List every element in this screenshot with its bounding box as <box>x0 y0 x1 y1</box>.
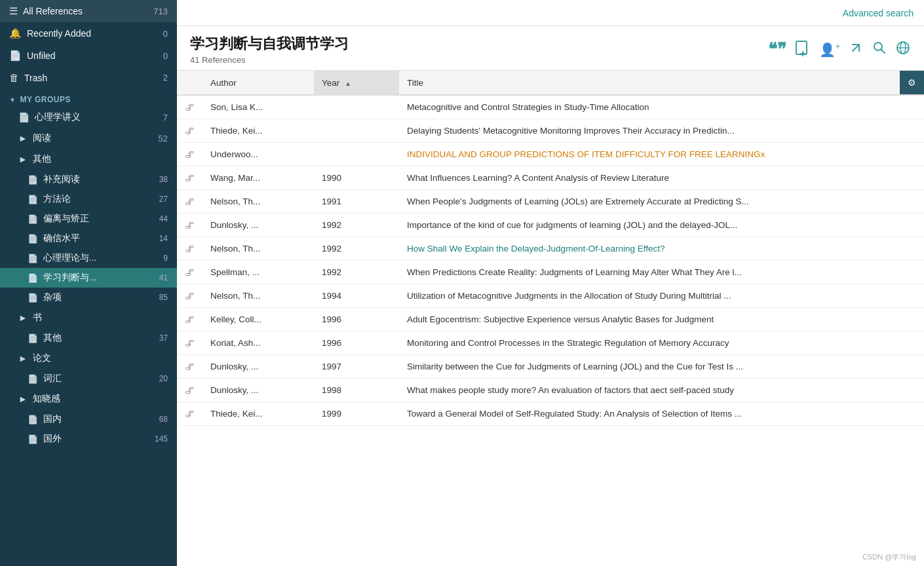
table-row[interactable]: 🖇 Kelley, Coll... 1996 Adult Egocentrism… <box>177 308 924 331</box>
chevron-down-icon: ▼ <box>9 96 16 104</box>
author-cell: Koriat, Ash... <box>202 331 314 355</box>
my-groups-header[interactable]: ▼ MY GROUPS <box>0 88 177 107</box>
title-cell[interactable]: When Predictions Create Reality: Judgmen… <box>399 261 900 284</box>
sidebar-item-11[interactable]: 📄 其他 37 <box>0 328 177 348</box>
sidebar-group-label: 论文 <box>33 352 168 364</box>
title-cell[interactable]: Similarity between the Cue for Judgments… <box>399 355 900 379</box>
folder-icon: 📄 <box>28 415 38 424</box>
sidebar-item-10[interactable]: ► 书 <box>0 307 177 328</box>
title-cell[interactable]: Adult Egocentrism: Subjective Experience… <box>399 308 900 331</box>
table-row[interactable]: 🖇 Dunlosky, ... 1997 Similarity between … <box>177 355 924 379</box>
table-row[interactable]: 🖇 Wang, Mar... 1990 What Influences Lear… <box>177 166 924 190</box>
col-header-year[interactable]: Year ▲ <box>314 71 399 95</box>
paperclip-icon: 🖇 <box>185 361 195 372</box>
author-cell: Wang, Mar... <box>202 166 314 190</box>
sidebar-item-5[interactable]: 📄 偏离与矫正 44 <box>0 209 177 229</box>
sidebar-item-9[interactable]: 📄 杂项 85 <box>0 288 177 307</box>
year-cell <box>314 95 399 119</box>
year-cell: 1990 <box>314 166 399 190</box>
cite-icon[interactable]: ❝❞ <box>768 39 786 60</box>
sidebar-item-label: Trash <box>24 73 163 83</box>
folder-icon: 📄 <box>28 374 38 384</box>
sidebar-item-7[interactable]: 📄 心理理论与... 9 <box>0 248 177 268</box>
attachment-cell: 🖇 <box>177 402 202 426</box>
table-header-row: Author Year ▲ Title ⚙ <box>177 71 924 95</box>
col-header-author-label: Author <box>210 78 237 88</box>
folder-icon: ► <box>18 154 28 164</box>
export-icon[interactable] <box>848 40 864 60</box>
table-row[interactable]: 🖇 Koriat, Ash... 1996 Monitoring and Con… <box>177 331 924 355</box>
title-cell[interactable]: Importance of the kind of cue for judgme… <box>399 214 900 237</box>
title-cell[interactable]: When People's Judgments of Learning (JOL… <box>399 190 900 214</box>
title-cell[interactable]: Delaying Students' Metacognitive Monitor… <box>399 119 900 143</box>
sidebar-item-unfiled[interactable]: 📄 Unfiled 0 <box>0 45 177 67</box>
attachment-cell: 🖇 <box>177 119 202 143</box>
sidebar-item-3[interactable]: 📄 补充阅读 38 <box>0 170 177 189</box>
attachment-cell: 🖇 <box>177 214 202 237</box>
table-row[interactable]: 🖇 Thiede, Kei... Delaying Students' Meta… <box>177 119 924 143</box>
globe-icon[interactable] <box>895 40 911 60</box>
sidebar-item-8[interactable]: 📄 学习判断与... 41 <box>0 268 177 288</box>
attachment-cell: 🖇 <box>177 284 202 308</box>
paperclip-icon: 🖇 <box>185 172 195 183</box>
title-cell[interactable]: INDIVIDUAL AND GROUP PREDICTIONS OF ITEM… <box>399 143 900 166</box>
sidebar-item-1[interactable]: ► 阅读 52 <box>0 128 177 149</box>
sidebar-item-2[interactable]: ► 其他 <box>0 149 177 170</box>
title-cell[interactable]: Toward a General Model of Self-Regulated… <box>399 402 900 426</box>
author-cell: Thiede, Kei... <box>202 119 314 143</box>
sidebar-item-16[interactable]: 📄 国外 145 <box>0 429 177 449</box>
table-row[interactable]: 🖇 Underwoo... INDIVIDUAL AND GROUP PREDI… <box>177 143 924 166</box>
sidebar-item-all-references[interactable]: ☰ All References 713 <box>0 0 177 22</box>
attachment-cell: 🖇 <box>177 379 202 402</box>
sidebar-item-14[interactable]: ► 知晓感 <box>0 388 177 409</box>
col-header-author[interactable]: Author <box>202 71 314 95</box>
table-row[interactable]: 🖇 Spellman, ... 1992 When Predictions Cr… <box>177 261 924 284</box>
folder-icon: 📄 <box>28 175 38 185</box>
folder-icon: ► <box>18 353 28 364</box>
year-cell: 1997 <box>314 355 399 379</box>
sidebar-item-trash[interactable]: 🗑 Trash 2 <box>0 67 177 88</box>
sidebar-item-13[interactable]: 📄 词汇 20 <box>0 369 177 388</box>
advanced-search-link[interactable]: Advanced search <box>843 8 914 18</box>
year-cell <box>314 143 399 166</box>
sidebar-item-15[interactable]: 📄 国内 68 <box>0 409 177 429</box>
paperclip-icon: 🖇 <box>185 125 195 136</box>
references-table: Author Year ▲ Title ⚙ 🖇 Son, Lisa K... <box>177 71 924 426</box>
attachment-cell: 🖇 <box>177 237 202 261</box>
table-row[interactable]: 🖇 Dunlosky, ... 1992 Importance of the k… <box>177 214 924 237</box>
title-cell[interactable]: What makes people study more? An evaluat… <box>399 379 900 402</box>
sidebar-item-4[interactable]: 📄 方法论 27 <box>0 189 177 209</box>
year-cell: 1994 <box>314 284 399 308</box>
table-row[interactable]: 🖇 Son, Lisa K... Metacognitive and Contr… <box>177 95 924 119</box>
title-cell[interactable]: How Shall We Explain the Delayed-Judgmen… <box>399 237 900 261</box>
search-references-icon[interactable] <box>872 40 887 60</box>
my-groups-label: MY GROUPS <box>20 95 71 104</box>
paperclip-icon: 🖇 <box>185 149 195 160</box>
table-row[interactable]: 🖇 Thiede, Kei... 1999 Toward a General M… <box>177 402 924 426</box>
sidebar-item-6[interactable]: 📄 确信水平 14 <box>0 229 177 248</box>
title-cell[interactable]: Metacognitive and Control Strategies in … <box>399 95 900 119</box>
table-row[interactable]: 🖇 Dunlosky, ... 1998 What makes people s… <box>177 379 924 402</box>
table-row[interactable]: 🖇 Nelson, Th... 1992 How Shall We Explai… <box>177 237 924 261</box>
sidebar-group-label: 确信水平 <box>43 233 159 244</box>
year-cell: 1998 <box>314 379 399 402</box>
col-settings-header[interactable]: ⚙ <box>900 71 924 95</box>
add-user-icon[interactable]: 👤+ <box>819 42 840 58</box>
author-cell: Nelson, Th... <box>202 284 314 308</box>
title-cell[interactable]: What Influences Learning? A Content Anal… <box>399 166 900 190</box>
add-reference-icon[interactable] <box>794 39 811 60</box>
table-row[interactable]: 🖇 Nelson, Th... 1994 Utilization of Meta… <box>177 284 924 308</box>
sidebar-item-0[interactable]: 📄 心理学讲义 7 <box>0 107 177 128</box>
sidebar-group-label: 方法论 <box>43 193 159 205</box>
sidebar-item-recently-added[interactable]: 🔔 Recently Added 0 <box>0 22 177 45</box>
table-row[interactable]: 🖇 Nelson, Th... 1991 When People's Judgm… <box>177 190 924 214</box>
title-cell[interactable]: Utilization of Metacognitive Judgments i… <box>399 284 900 308</box>
sidebar-item-12[interactable]: ► 论文 <box>0 348 177 369</box>
col-header-title[interactable]: Title <box>399 71 900 95</box>
sidebar-group-label: 杂项 <box>43 292 159 303</box>
trash-icon: 🗑 <box>9 72 19 83</box>
all-references-count: 713 <box>153 7 168 16</box>
sidebar-group-count: 27 <box>159 195 168 204</box>
sidebar-group-count: 44 <box>159 214 168 223</box>
title-cell[interactable]: Monitoring and Control Processes in the … <box>399 331 900 355</box>
